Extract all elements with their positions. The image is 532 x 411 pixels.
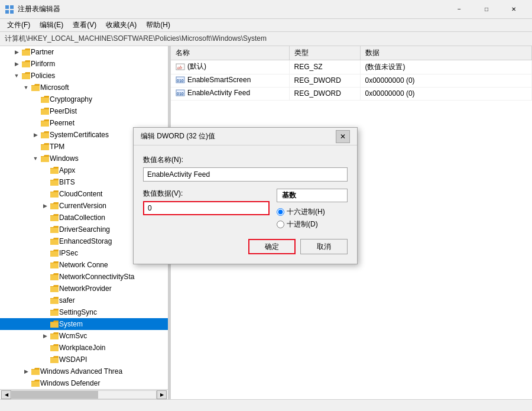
tree-item-settingsync[interactable]: SettingSync bbox=[0, 306, 168, 318]
label-settingsync: SettingSync bbox=[59, 308, 97, 316]
folder-icon-networkconnectivity bbox=[50, 273, 59, 281]
label-system: System bbox=[59, 320, 83, 328]
col-header-type[interactable]: 类型 bbox=[289, 46, 360, 60]
expand-icon-partner: ▶ bbox=[12, 47, 21, 57]
scroll-right-btn[interactable]: ▶ bbox=[157, 390, 167, 399]
radio-dec-input[interactable] bbox=[277, 221, 284, 228]
dialog-name-input[interactable] bbox=[143, 167, 348, 182]
label-bits: BITS bbox=[59, 178, 75, 186]
dialog-close-button[interactable]: ✕ bbox=[336, 130, 350, 143]
menu-favorites[interactable]: 收藏夹(A) bbox=[101, 19, 141, 31]
tree-item-peerdist[interactable]: PeerDist bbox=[0, 105, 168, 117]
table-row[interactable]: 010 EnableSmartScreen REG_DWORD 0x000000… bbox=[171, 74, 532, 87]
svg-rect-3 bbox=[10, 10, 14, 14]
col-header-name[interactable]: 名称 bbox=[171, 46, 289, 60]
tree-item-safer[interactable]: safer bbox=[0, 295, 168, 306]
expand-icon-wcmsvc: ▶ bbox=[40, 331, 50, 341]
address-bar: 计算机\HKEY_LOCAL_MACHINE\SOFTWARE\Policies… bbox=[0, 32, 532, 46]
label-cryptography: Cryptography bbox=[50, 95, 92, 103]
label-peerdist: PeerDist bbox=[50, 107, 77, 115]
dialog-base-section: 基数 十六进制(H) 十进制(D) bbox=[277, 189, 348, 229]
tree-item-partner[interactable]: ▶ Partner bbox=[0, 46, 168, 58]
dialog-base-label: 基数 bbox=[277, 189, 348, 202]
radio-hex-label: 十六进制(H) bbox=[287, 207, 325, 217]
menu-edit[interactable]: 编辑(E) bbox=[35, 19, 68, 31]
title-bar: 注册表编辑器 − □ ✕ bbox=[0, 0, 532, 19]
expand-icon-windows: ▼ bbox=[31, 154, 40, 163]
col-header-data[interactable]: 数据 bbox=[360, 46, 532, 60]
tree-item-wsdapi[interactable]: WSDAPI bbox=[0, 354, 168, 365]
tree-scroll-controls: ◀ ▶ bbox=[0, 389, 168, 399]
label-windows: Windows bbox=[50, 154, 79, 163]
tree-item-wcmsvc[interactable]: ▶ WcmSvc bbox=[0, 330, 168, 342]
table-row[interactable]: ab (默认) REG_SZ (数值未设置) bbox=[171, 60, 532, 75]
dword-edit-dialog: 编辑 DWORD (32 位)值 ✕ 数值名称(N): 数值数据(V): 基数 … bbox=[133, 127, 358, 264]
tree-item-windowsdefender[interactable]: Windows Defender bbox=[0, 377, 168, 389]
folder-icon-ipsec bbox=[50, 249, 59, 257]
svg-text:010: 010 bbox=[177, 79, 184, 83]
tree-item-system[interactable]: System bbox=[0, 318, 168, 330]
folder-icon-policies bbox=[21, 72, 31, 80]
reg-dword-icon2: 010 bbox=[176, 89, 185, 97]
radio-hex-input[interactable] bbox=[277, 208, 284, 216]
window-controls: − □ ✕ bbox=[446, 0, 527, 19]
tree-item-workplacejoin[interactable]: WorkplaceJoin bbox=[0, 342, 168, 354]
folder-icon-appx bbox=[50, 166, 59, 174]
menu-view[interactable]: 查看(V) bbox=[68, 19, 101, 31]
svg-rect-1 bbox=[10, 5, 14, 9]
label-peernet: Peernet bbox=[50, 119, 74, 127]
folder-icon-wcmsvc bbox=[50, 332, 59, 340]
label-piriform: Piriform bbox=[31, 60, 55, 68]
reg-type-activityfeed: REG_DWORD bbox=[289, 87, 360, 100]
minimize-button[interactable]: − bbox=[446, 0, 473, 19]
folder-icon-networkprovider bbox=[50, 284, 59, 293]
tree-item-networkprovider[interactable]: NetworkProvider bbox=[0, 283, 168, 295]
folder-icon-currentversion bbox=[50, 202, 59, 210]
label-policies: Policies bbox=[31, 72, 55, 80]
table-row[interactable]: 010 EnableActivity Feed REG_DWORD 0x0000… bbox=[171, 87, 532, 100]
label-driversearching: DriverSearching bbox=[59, 225, 110, 234]
reg-data-activityfeed: 0x00000000 (0) bbox=[360, 87, 532, 100]
scroll-left-btn[interactable]: ◀ bbox=[1, 390, 11, 399]
tree-item-piriform[interactable]: ▶ Piriform bbox=[0, 58, 168, 70]
menu-file[interactable]: 文件(F) bbox=[2, 19, 35, 31]
radio-hex[interactable]: 十六进制(H) bbox=[277, 207, 348, 217]
reg-type-smartscreen: REG_DWORD bbox=[289, 74, 360, 87]
tree-item-policies[interactable]: ▼ Policies bbox=[0, 70, 168, 82]
label-cloudcontent: CloudContent bbox=[59, 190, 102, 198]
registry-table: 名称 类型 数据 ab (默认) bbox=[171, 46, 532, 101]
label-systemcertificates: SystemCertificates bbox=[50, 131, 109, 139]
label-currentversion: CurrentVersion bbox=[59, 202, 106, 210]
status-bar bbox=[0, 399, 532, 411]
folder-icon-windowsdefender bbox=[31, 379, 40, 387]
reg-name-activityfeed: 010 EnableActivity Feed bbox=[171, 87, 289, 100]
dialog-data-label: 数值数据(V): bbox=[143, 189, 270, 199]
folder-icon-cryptography bbox=[40, 95, 50, 103]
expand-icon-policies: ▼ bbox=[12, 71, 21, 80]
maximize-button[interactable]: □ bbox=[473, 0, 500, 19]
folder-icon-tpm bbox=[40, 143, 50, 151]
dialog-ok-button[interactable]: 确定 bbox=[248, 239, 296, 254]
app-icon bbox=[5, 5, 14, 14]
tree-item-microsoft[interactable]: ▼ Microsoft bbox=[0, 82, 168, 93]
folder-icon-peernet bbox=[40, 119, 50, 127]
dialog-data-input[interactable] bbox=[143, 201, 270, 215]
tree-item-cryptography[interactable]: ▶ Cryptography bbox=[0, 93, 168, 105]
folder-icon-system bbox=[50, 320, 59, 328]
reg-data-smartscreen: 0x00000000 (0) bbox=[360, 74, 532, 87]
dialog-cancel-button[interactable]: 取消 bbox=[300, 239, 348, 254]
dialog-title: 编辑 DWORD (32 位)值 bbox=[141, 131, 336, 141]
reg-name-smartscreen: 010 EnableSmartScreen bbox=[171, 74, 289, 87]
dialog-value-section: 数值数据(V): bbox=[143, 189, 270, 215]
radio-dec[interactable]: 十进制(D) bbox=[277, 219, 348, 229]
menu-help[interactable]: 帮助(H) bbox=[141, 19, 175, 31]
menu-bar: 文件(F) 编辑(E) 查看(V) 收藏夹(A) 帮助(H) bbox=[0, 19, 532, 32]
radio-dec-label: 十进制(D) bbox=[287, 219, 318, 229]
folder-icon-microsoft bbox=[31, 83, 40, 92]
tree-item-networkconnectivity[interactable]: NetworkConnectivitySta bbox=[0, 271, 168, 283]
label-safer: safer bbox=[59, 296, 75, 305]
label-datacollection: DataCollection bbox=[59, 213, 105, 222]
close-button[interactable]: ✕ bbox=[500, 0, 527, 19]
reg-type-default: REG_SZ bbox=[289, 60, 360, 75]
tree-item-windowsadvancedthreat[interactable]: ▶ Windows Advanced Threa bbox=[0, 365, 168, 377]
